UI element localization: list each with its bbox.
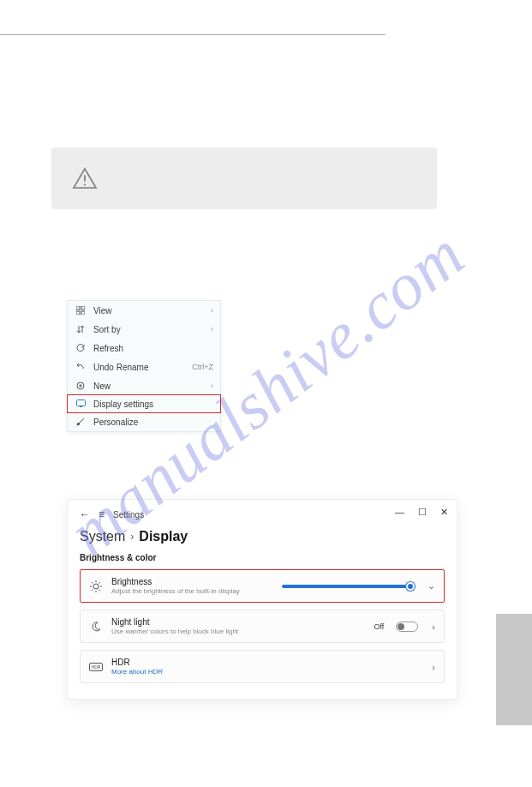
close-button[interactable]: ✕ [440,507,448,518]
ctx-label: View [93,306,211,315]
ctx-item-undo[interactable]: Undo Rename Ctrl+Z [68,357,220,376]
back-button[interactable]: ← [80,508,90,520]
chevron-right-icon: › [211,381,213,390]
panel-desc: Use warmer colors to help block blue lig… [111,628,365,635]
breadcrumb-parent[interactable]: System [80,529,125,544]
svg-rect-3 [81,306,85,309]
section-heading: Brightness & color [80,553,445,562]
app-title: Settings [113,510,144,520]
slider-thumb[interactable] [406,582,415,591]
ctx-label: Refresh [93,344,213,353]
ctx-label: Personalize [93,418,213,427]
divider-line [0,34,386,35]
ctx-label: Undo Rename [93,363,192,372]
chevron-right-icon[interactable]: › [432,662,435,672]
panel-night-light[interactable]: Night light Use warmer colors to help bl… [80,610,445,643]
warning-icon [72,167,98,189]
ctx-item-personalize[interactable]: Personalize [68,412,220,431]
brightness-slider[interactable] [282,585,410,588]
svg-line-16 [92,589,93,591]
chevron-down-icon[interactable]: ⌄ [427,580,435,592]
breadcrumb-current: Display [139,529,188,544]
plus-circle-icon [75,380,87,392]
svg-rect-2 [76,306,80,309]
svg-point-1 [84,183,86,185]
chevron-right-icon: › [211,306,213,315]
chevron-right-icon: › [211,325,213,333]
svg-rect-5 [81,311,85,315]
panel-title: Brightness [111,577,273,586]
ctx-label: Display settings [93,400,213,409]
svg-line-13 [92,582,93,584]
undo-icon [75,361,87,373]
ctx-label: New [93,381,211,391]
moon-icon [89,620,103,634]
night-light-toggle[interactable] [396,622,418,632]
ctx-item-refresh[interactable]: Refresh [68,339,220,357]
panel-title: HDR [111,658,418,667]
window-controls: — ☐ ✕ [395,507,448,518]
ctx-item-view[interactable]: View › [68,301,220,320]
minimize-button[interactable]: — [395,507,404,518]
svg-rect-4 [76,311,80,315]
panel-title: Night light [111,617,365,627]
window-nav: ← ≡ Settings [80,508,445,520]
panel-hdr[interactable]: HDR HDR More about HDR › [80,650,445,683]
panel-desc: Adjust the brightness of the built-in di… [111,587,273,595]
ctx-item-new[interactable]: New › [68,376,220,395]
menu-button[interactable]: ≡ [99,508,105,520]
ctx-shortcut: Ctrl+Z [192,363,213,371]
chevron-right-icon[interactable]: › [432,622,435,632]
svg-point-8 [93,584,99,589]
settings-window: — ☐ ✕ ← ≡ Settings System › Display Brig… [67,499,457,700]
toggle-state: Off [374,622,384,631]
desktop-context-menu: View › Sort by › Refresh Undo Rename Ctr… [67,300,221,432]
ctx-item-sortby[interactable]: Sort by › [68,320,220,339]
hdr-icon: HDR [89,660,103,674]
toggle-knob [398,623,404,630]
callout-box [51,147,437,209]
maximize-button[interactable]: ☐ [418,507,427,518]
svg-text:HDR: HDR [92,664,101,670]
breadcrumb: System › Display [80,529,445,544]
svg-rect-7 [76,400,85,406]
svg-line-15 [99,582,101,584]
panel-brightness[interactable]: Brightness Adjust the brightness of the … [80,569,445,603]
ctx-item-display-settings[interactable]: Display settings [67,394,221,413]
hdr-link[interactable]: More about HDR [111,668,418,676]
refresh-icon [75,342,87,354]
svg-line-14 [99,589,101,591]
grid-icon [75,304,87,316]
page-edge-tab [496,614,532,725]
ctx-label: Sort by [93,325,211,334]
brush-icon [75,416,87,428]
chevron-right-icon: › [130,531,134,543]
display-icon [75,398,87,410]
sort-icon [75,323,87,335]
sun-icon [89,580,103,593]
